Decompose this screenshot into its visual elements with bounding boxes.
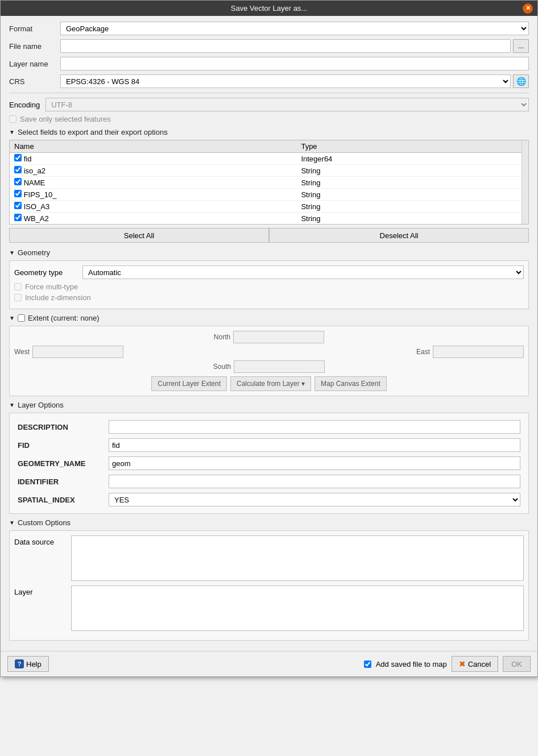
crs-select[interactable]: EPSG:4326 - WGS 84 xyxy=(60,74,511,88)
encoding-select[interactable]: UTF-8 xyxy=(45,98,529,111)
field-checkbox-2[interactable] xyxy=(14,178,22,185)
encoding-label: Encoding xyxy=(9,101,40,109)
layername-label: Layer name xyxy=(9,60,60,68)
datasource-row: Data source xyxy=(14,535,524,581)
custom-options-panel: Data source Layer xyxy=(9,530,529,641)
geometry-type-select[interactable]: Automatic xyxy=(82,265,524,279)
east-label: East xyxy=(416,348,430,356)
layer-opt-val-cell-1 xyxy=(105,436,524,454)
close-button[interactable]: ✕ xyxy=(523,3,533,14)
layer-option-row: IDENTIFIER xyxy=(14,472,524,491)
layer-opt-input-identifier[interactable] xyxy=(109,475,520,488)
field-checkbox-0[interactable] xyxy=(14,154,22,161)
west-input[interactable]: -179.900000000 xyxy=(32,346,123,358)
layer-opt-input-fid[interactable] xyxy=(109,438,520,452)
col-name-header: Name xyxy=(10,140,296,153)
east-input[interactable]: 179.900000000 xyxy=(433,346,524,358)
crs-icon-button[interactable]: 🌐 xyxy=(513,74,529,88)
browse-button[interactable]: ... xyxy=(513,39,529,53)
datasource-textarea[interactable] xyxy=(71,535,524,581)
layer-opt-key-2: GEOMETRY_NAME xyxy=(14,454,105,472)
field-name-2: NAME xyxy=(24,178,45,187)
field-type-1: String xyxy=(296,165,522,177)
field-type-0: Integer64 xyxy=(296,153,522,165)
extent-north-row: North 83.634100000 xyxy=(14,331,524,343)
layername-input[interactable] xyxy=(60,57,529,70)
cancel-label: Cancel xyxy=(468,660,491,668)
layer-opt-input-geometry_name[interactable] xyxy=(109,456,520,470)
cancel-button[interactable]: ✖ Cancel xyxy=(452,656,498,672)
fields-table-wrapper: Name Type fid Integer64 iso_a2 String xyxy=(9,140,529,225)
layer-opt-input-description[interactable] xyxy=(109,420,520,434)
ok-label: OK xyxy=(511,660,522,668)
field-type-2: String xyxy=(296,177,522,189)
layername-row: Layer name xyxy=(9,57,529,70)
layer-opt-select-spatial_index[interactable]: YESNO xyxy=(109,493,520,506)
field-checkbox-5[interactable] xyxy=(14,214,22,221)
fields-section-header: ▼ Select fields to export and their expo… xyxy=(9,128,529,136)
help-label: Help xyxy=(26,660,42,668)
fields-table-row: WB_A2 String xyxy=(10,213,522,225)
field-checkbox-cell: fid xyxy=(10,153,296,165)
select-deselect-row: Select All Deselect All xyxy=(9,228,529,243)
layer-opt-key-3: IDENTIFIER xyxy=(14,472,105,491)
select-all-button[interactable]: Select All xyxy=(9,228,269,243)
fields-section-label: Select fields to export and their export… xyxy=(18,128,168,136)
save-selected-label: Save only selected features xyxy=(20,115,111,123)
field-checkbox-1[interactable] xyxy=(14,166,22,173)
help-button[interactable]: ? Help xyxy=(7,656,49,672)
field-type-3: String xyxy=(296,189,522,201)
layer-options-section-label: Layer Options xyxy=(18,401,64,409)
geometry-arrow-icon: ▼ xyxy=(9,250,15,256)
save-selected-checkbox[interactable] xyxy=(9,115,16,123)
south-label: South xyxy=(213,363,231,371)
include-z-label: Include z-dimension xyxy=(25,293,91,302)
map-canvas-extent-button[interactable]: Map Canvas Extent xyxy=(314,376,387,391)
field-checkbox-cell: WB_A2 xyxy=(10,213,296,225)
layer-options-table: DESCRIPTION FID GEOMETRY_NAME IDENTIFIER… xyxy=(14,418,524,509)
layer-options-panel: DESCRIPTION FID GEOMETRY_NAME IDENTIFIER… xyxy=(9,413,529,514)
title-bar: Save Vector Layer as... ✕ xyxy=(1,1,537,16)
north-input[interactable]: 83.634100000 xyxy=(233,331,324,343)
extent-arrow-icon: ▼ xyxy=(9,315,15,321)
geometry-section-label: Geometry xyxy=(18,248,50,257)
extent-ew-row: West -179.900000000 East 179.900000000 xyxy=(14,346,524,358)
deselect-all-button[interactable]: Deselect All xyxy=(269,228,529,243)
fields-scrollbar[interactable] xyxy=(522,140,528,224)
add-saved-checkbox[interactable] xyxy=(364,661,371,668)
crs-label: CRS xyxy=(9,77,60,86)
extent-enable-checkbox[interactable] xyxy=(18,314,25,322)
extent-south-row: South -89.900000000 xyxy=(14,360,524,373)
layer-options-section-header: ▼ Layer Options xyxy=(9,401,529,409)
col-type-header: Type xyxy=(296,140,522,153)
fields-table: Name Type fid Integer64 iso_a2 String xyxy=(10,140,522,224)
current-layer-extent-button[interactable]: Current Layer Extent xyxy=(151,376,227,391)
ok-button[interactable]: OK xyxy=(503,656,531,672)
field-name-5: WB_A2 xyxy=(24,214,49,223)
fields-table-row: NAME String xyxy=(10,177,522,189)
dialog-title: Save Vector Layer as... xyxy=(231,4,307,13)
include-z-row: Include z-dimension xyxy=(14,293,524,302)
field-checkbox-4[interactable] xyxy=(14,202,22,209)
west-label: West xyxy=(14,348,30,356)
field-checkbox-3[interactable] xyxy=(14,190,22,197)
filename-input[interactable] xyxy=(60,39,511,53)
fields-table-row: FIPS_10_ String xyxy=(10,189,522,201)
geometry-panel: Geometry type Automatic Force multi-type… xyxy=(9,260,529,309)
format-row: Format GeoPackage xyxy=(9,22,529,35)
custom-options-section-label: Custom Options xyxy=(18,518,71,527)
calculate-from-layer-button[interactable]: Calculate from Layer ▾ xyxy=(230,376,311,391)
format-select[interactable]: GeoPackage xyxy=(60,22,529,35)
extent-east: East 179.900000000 xyxy=(416,346,524,358)
field-type-5: String xyxy=(296,213,522,225)
layer-custom-textarea[interactable] xyxy=(71,585,524,631)
south-input[interactable]: -89.900000000 xyxy=(234,360,325,373)
layer-opt-key-4: SPATIAL_INDEX xyxy=(14,491,105,509)
field-name-4: ISO_A3 xyxy=(24,202,50,211)
layer-custom-label: Layer xyxy=(14,585,71,596)
include-z-checkbox[interactable] xyxy=(14,294,22,301)
force-multi-checkbox[interactable] xyxy=(14,283,22,290)
filename-row: File name ... xyxy=(9,39,529,53)
field-name-1: iso_a2 xyxy=(24,167,45,175)
layer-option-row: FID xyxy=(14,436,524,454)
